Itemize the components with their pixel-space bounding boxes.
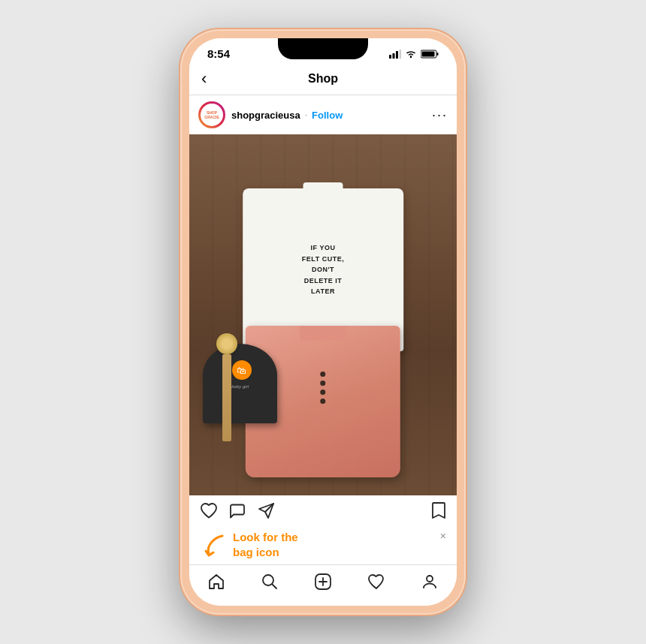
orange-arrow-icon — [200, 530, 230, 560]
separator: · — [305, 110, 307, 120]
button-1 — [321, 372, 326, 377]
nav-profile-button[interactable] — [421, 573, 439, 591]
comment-button[interactable] — [228, 502, 246, 523]
shorts-tie — [300, 326, 346, 341]
svg-rect-3 — [400, 50, 402, 59]
svg-rect-2 — [396, 51, 398, 59]
close-button[interactable]: × — [440, 530, 446, 542]
button-2 — [321, 381, 326, 386]
phone-frame: 8:54 — [180, 29, 466, 615]
action-icons-row — [200, 501, 446, 524]
arrow-annotation: Look for the bag icon — [200, 530, 446, 560]
nav-home-button[interactable] — [207, 573, 225, 591]
status-bar: 8:54 — [189, 38, 457, 63]
bookmark-button[interactable] — [431, 501, 446, 524]
follow-button[interactable]: Follow — [312, 110, 343, 121]
nav-search-button[interactable] — [261, 573, 279, 591]
shopping-bag-icon: 🛍 — [237, 365, 246, 376]
nav-heart-button[interactable] — [367, 573, 385, 590]
annotation-text: Look for the bag icon — [233, 530, 298, 559]
more-options-button[interactable]: ··· — [432, 107, 448, 123]
svg-rect-7 — [422, 51, 435, 56]
flower-stems — [222, 354, 231, 441]
phone-screen: 8:54 — [189, 38, 457, 606]
button-3 — [321, 390, 326, 395]
battery-icon — [421, 50, 439, 59]
flatlay-image: IF YOU FELT CUTE, DON'T DELETE IT LATER … — [189, 134, 457, 495]
notch — [278, 38, 368, 59]
signal-icon — [389, 50, 401, 59]
svg-rect-1 — [393, 53, 395, 59]
actions-bar — [189, 495, 457, 530]
post-image: IF YOU FELT CUTE, DON'T DELETE IT LATER … — [189, 134, 457, 495]
svg-point-4 — [410, 56, 412, 57]
bag-tag-button[interactable]: 🛍 — [232, 360, 252, 380]
back-button[interactable]: ‹ — [201, 69, 207, 89]
profile-info: shopgracieusa · Follow — [231, 110, 432, 121]
svg-rect-6 — [437, 53, 439, 56]
flower-head — [216, 333, 237, 354]
status-icons — [389, 50, 439, 59]
bottom-nav — [189, 564, 457, 606]
share-button[interactable] — [257, 502, 275, 523]
like-button[interactable] — [200, 502, 218, 523]
svg-line-9 — [272, 585, 276, 589]
svg-rect-0 — [389, 55, 391, 59]
header-title: Shop — [308, 72, 338, 86]
wifi-icon — [405, 50, 417, 59]
button-4 — [321, 399, 326, 404]
shorts-buttons — [321, 372, 326, 404]
avatar-inner: SHOPGRACIE — [201, 104, 223, 126]
avatar[interactable]: SHOPGRACIE — [198, 101, 225, 128]
time-display: 8:54 — [207, 47, 230, 60]
svg-point-13 — [427, 576, 433, 582]
profile-row: SHOPGRACIE shopgracieusa · Follow ··· — [189, 95, 457, 134]
username[interactable]: shopgracieusa — [231, 110, 300, 121]
tshirt-text: IF YOU FELT CUTE, DON'T DELETE IT LATER — [302, 242, 344, 296]
app-header: ‹ Shop — [189, 63, 457, 95]
nav-add-button[interactable] — [314, 573, 332, 591]
annotation-area: Look for the bag icon × — [189, 530, 457, 564]
